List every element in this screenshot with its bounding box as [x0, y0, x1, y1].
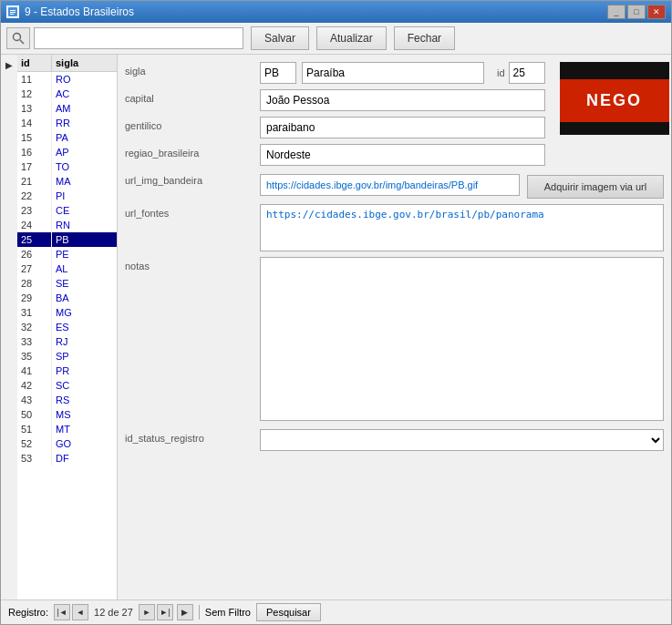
list-item[interactable]: 53DF — [17, 451, 117, 466]
gentilico-field — [260, 117, 545, 138]
bandeira-black-bottom — [560, 122, 669, 135]
list-item[interactable]: 50MS — [17, 407, 117, 422]
capital-field — [260, 89, 545, 111]
list-panel: id sigla 11RO12AC13AM14RR15PA16AP17TO21M… — [17, 55, 118, 599]
list-item[interactable]: 23CE — [17, 203, 117, 218]
svg-rect-3 — [10, 14, 14, 15]
toolbar: Salvar Atualizar Fechar — [1, 23, 671, 55]
maximize-button[interactable]: □ — [627, 5, 646, 19]
list-item[interactable]: 29BA — [17, 291, 117, 305]
list-item[interactable]: 51MT — [17, 422, 117, 436]
id-status-row: id_status_registro — [125, 429, 664, 451]
list-cell-id: 42 — [17, 378, 52, 393]
list-cell-sigla: RJ — [52, 334, 71, 349]
list-cell-sigla: GO — [52, 436, 75, 451]
url-fontes-input[interactable] — [260, 204, 664, 251]
list-item[interactable]: 21MA — [17, 174, 117, 189]
window-close-button[interactable]: ✕ — [647, 5, 666, 19]
save-button[interactable]: Salvar — [251, 26, 309, 50]
gentilico-input[interactable] — [260, 117, 545, 138]
sigla-label: sigla — [125, 62, 253, 77]
bandeira-image: NEGO — [560, 62, 669, 135]
list-cell-id: 21 — [17, 174, 52, 189]
list-item[interactable]: 26PE — [17, 247, 117, 261]
title-bar: 9 - Estados Brasileiros _ □ ✕ — [1, 1, 671, 23]
nav-first-button[interactable]: |◄ — [54, 604, 70, 620]
regiao-field — [260, 144, 545, 166]
sigla-long-input[interactable] — [302, 62, 484, 84]
nav-last-button[interactable]: ►| — [157, 604, 173, 620]
list-item[interactable]: 12AC — [17, 87, 117, 101]
list-item[interactable]: 31MG — [17, 305, 117, 320]
capital-input[interactable] — [260, 89, 545, 111]
search-box — [6, 27, 243, 49]
main-window: 9 - Estados Brasileiros _ □ ✕ Salvar Atu… — [0, 0, 672, 625]
list-cell-id: 33 — [17, 334, 52, 349]
list-cell-id: 12 — [17, 87, 52, 101]
app-icon — [6, 5, 19, 18]
list-item[interactable]: 33RJ — [17, 334, 117, 349]
notas-field-wrap — [260, 257, 664, 424]
list-item[interactable]: 25PB — [17, 232, 117, 247]
sigla-short-input[interactable] — [260, 62, 296, 84]
url-fontes-wrap — [260, 204, 664, 251]
list-item[interactable]: 13AM — [17, 101, 117, 116]
svg-line-5 — [20, 40, 24, 44]
capital-row: capital — [125, 89, 545, 111]
list-item[interactable]: 43RS — [17, 393, 117, 407]
list-cell-sigla: SE — [52, 276, 73, 291]
adquirir-button[interactable]: Adquirir imagem via url — [527, 175, 664, 199]
list-cell-sigla: AM — [52, 101, 75, 116]
list-item[interactable]: 52GO — [17, 436, 117, 451]
url-fontes-row: url_fontes — [125, 204, 664, 251]
list-cell-id: 17 — [17, 159, 52, 174]
list-item[interactable]: 14RR — [17, 116, 117, 130]
list-item[interactable]: 22PI — [17, 189, 117, 203]
list-cell-id: 16 — [17, 145, 52, 159]
list-cell-id: 26 — [17, 247, 52, 261]
list-item[interactable]: 32ES — [17, 320, 117, 334]
regiao-input[interactable] — [260, 144, 545, 166]
search-filter-button[interactable]: Pesquisar — [256, 603, 321, 621]
svg-rect-1 — [10, 10, 16, 11]
sigla-field: id — [260, 62, 545, 84]
url-img-label: url_img_bandeira — [125, 171, 253, 186]
list-header: id sigla — [17, 55, 117, 72]
nav-next-button[interactable]: ► — [139, 604, 155, 620]
nav-extra-button[interactable]: ▶ — [177, 604, 193, 620]
list-cell-sigla: MS — [52, 407, 75, 422]
list-item[interactable]: 24RN — [17, 218, 117, 232]
close-button[interactable]: Fechar — [394, 26, 455, 50]
notas-input[interactable] — [260, 257, 664, 421]
list-cell-id: 52 — [17, 436, 52, 451]
list-item[interactable]: 41PR — [17, 364, 117, 378]
record-info: 12 de 27 — [94, 607, 133, 618]
list-cell-id: 27 — [17, 261, 52, 276]
list-cell-sigla: PA — [52, 130, 72, 145]
search-input[interactable] — [34, 27, 243, 49]
list-item[interactable]: 27AL — [17, 261, 117, 276]
list-cell-sigla: RO — [52, 72, 75, 87]
list-cell-sigla: RS — [52, 393, 73, 407]
nav-prev-button[interactable]: ◄ — [72, 604, 88, 620]
title-controls: _ □ ✕ — [607, 5, 666, 19]
url-img-input[interactable] — [260, 174, 520, 196]
update-button[interactable]: Atualizar — [316, 26, 387, 50]
list-item[interactable]: 17TO — [17, 159, 117, 174]
regiao-row: regiao_brasileira — [125, 144, 545, 166]
bandeira-black-top — [560, 62, 669, 79]
list-item[interactable]: 16AP — [17, 145, 117, 159]
list-cell-sigla: AC — [52, 87, 73, 101]
list-cell-sigla: MA — [52, 174, 75, 189]
minimize-button[interactable]: _ — [607, 5, 625, 19]
list-item[interactable]: 28SE — [17, 276, 117, 291]
list-item[interactable]: 42SC — [17, 378, 117, 393]
id-status-select[interactable] — [260, 429, 664, 451]
list-cell-id: 11 — [17, 72, 52, 87]
sigla-row: sigla id — [125, 62, 545, 84]
svg-rect-2 — [10, 12, 16, 13]
list-item[interactable]: 35SP — [17, 349, 117, 364]
list-item[interactable]: 11RO — [17, 72, 117, 87]
id-input[interactable] — [509, 62, 545, 84]
list-item[interactable]: 15PA — [17, 130, 117, 145]
